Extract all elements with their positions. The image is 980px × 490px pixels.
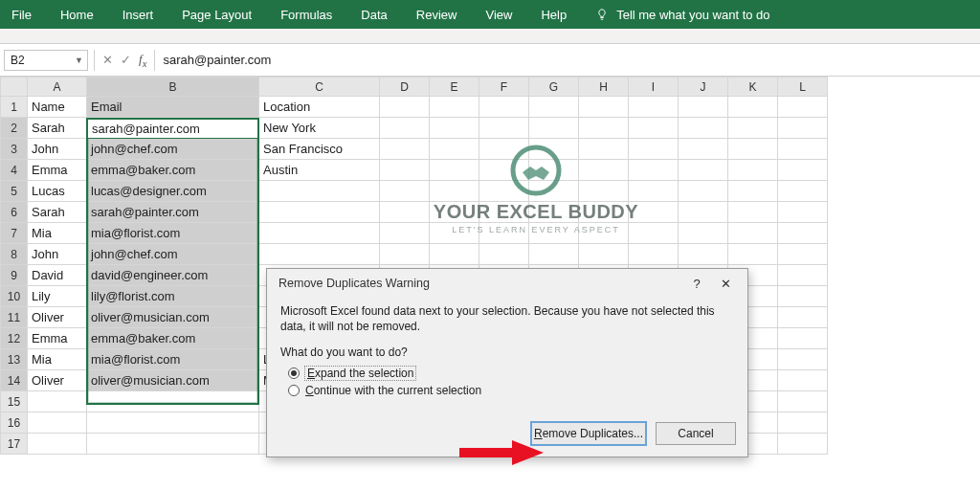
- cell[interactable]: [380, 181, 430, 202]
- col-header-A[interactable]: A: [28, 78, 87, 97]
- cell[interactable]: [28, 412, 87, 434]
- cell[interactable]: Name: [28, 97, 87, 118]
- row-header[interactable]: 11: [1, 307, 28, 328]
- cell[interactable]: [629, 139, 679, 160]
- row-header[interactable]: 9: [1, 265, 28, 286]
- cell[interactable]: mia@florist.com: [87, 349, 259, 370]
- tab-home[interactable]: Home: [60, 8, 94, 22]
- col-header-G[interactable]: G: [529, 78, 579, 97]
- cell[interactable]: [380, 118, 430, 139]
- cell[interactable]: [430, 139, 479, 160]
- cell[interactable]: [529, 160, 579, 181]
- cell[interactable]: Sarah: [28, 118, 87, 139]
- tab-review[interactable]: Review: [416, 8, 457, 22]
- cell[interactable]: [529, 139, 579, 160]
- cell[interactable]: [679, 139, 728, 160]
- cell[interactable]: [529, 223, 579, 244]
- cell[interactable]: [479, 160, 529, 181]
- chevron-down-icon[interactable]: ▼: [75, 56, 83, 65]
- dialog-help-button[interactable]: ?: [682, 271, 711, 296]
- cell[interactable]: [529, 181, 579, 202]
- cell[interactable]: [778, 434, 828, 455]
- cell[interactable]: [579, 160, 629, 181]
- cell[interactable]: [380, 160, 430, 181]
- row-header[interactable]: 14: [1, 370, 28, 391]
- row-header[interactable]: 15: [1, 391, 28, 412]
- cell[interactable]: [479, 202, 529, 223]
- cell[interactable]: [778, 307, 828, 328]
- cell[interactable]: [778, 349, 828, 370]
- row-header[interactable]: 5: [1, 181, 28, 202]
- cancel-formula-icon[interactable]: ✕: [102, 53, 113, 67]
- cell[interactable]: oliver@musician.com: [87, 370, 259, 391]
- cell[interactable]: [430, 118, 479, 139]
- cell[interactable]: john@chef.com: [87, 244, 259, 265]
- cell[interactable]: [679, 202, 728, 223]
- cell[interactable]: [629, 118, 679, 139]
- cell[interactable]: [529, 202, 579, 223]
- row-header[interactable]: 2: [1, 118, 28, 139]
- cell[interactable]: Email: [87, 97, 259, 118]
- cell[interactable]: [728, 118, 778, 139]
- cell[interactable]: [579, 202, 629, 223]
- cell[interactable]: [778, 265, 828, 286]
- close-icon[interactable]: ✕: [711, 271, 740, 296]
- cell[interactable]: oliver@musician.com: [87, 307, 259, 328]
- cell[interactable]: [579, 97, 629, 118]
- remove-duplicates-button[interactable]: Remove Duplicates...: [531, 422, 646, 445]
- cell[interactable]: Mia: [28, 223, 87, 244]
- select-all-corner[interactable]: [1, 78, 28, 97]
- cell[interactable]: [380, 244, 430, 265]
- fx-icon[interactable]: fx: [139, 52, 146, 69]
- cell[interactable]: [479, 181, 529, 202]
- cell[interactable]: [479, 97, 529, 118]
- tell-me[interactable]: Tell me what you want to do: [595, 8, 769, 22]
- cell[interactable]: [28, 391, 87, 412]
- cell[interactable]: [479, 118, 529, 139]
- cell[interactable]: [259, 244, 380, 265]
- cell[interactable]: [529, 118, 579, 139]
- cell[interactable]: Oliver: [28, 307, 87, 328]
- row-header[interactable]: 1: [1, 97, 28, 118]
- cell[interactable]: lily@florist.com: [87, 286, 259, 307]
- cell[interactable]: sarah@painter.com: [87, 202, 259, 223]
- cell[interactable]: [28, 434, 87, 455]
- cell[interactable]: Oliver: [28, 370, 87, 391]
- cell[interactable]: San Francisco: [259, 139, 380, 160]
- cell[interactable]: [430, 160, 479, 181]
- tab-insert[interactable]: Insert: [122, 8, 154, 22]
- cell[interactable]: [778, 370, 828, 391]
- cell[interactable]: [778, 328, 828, 349]
- row-header[interactable]: 7: [1, 223, 28, 244]
- cell[interactable]: [430, 244, 479, 265]
- cell[interactable]: [479, 244, 529, 265]
- cell[interactable]: New York: [259, 118, 380, 139]
- cell[interactable]: [430, 97, 479, 118]
- cell[interactable]: [679, 244, 728, 265]
- col-header-K[interactable]: K: [728, 78, 778, 97]
- cell[interactable]: [728, 139, 778, 160]
- tab-data[interactable]: Data: [361, 8, 387, 22]
- cell[interactable]: [479, 223, 529, 244]
- col-header-L[interactable]: L: [778, 78, 828, 97]
- cell[interactable]: Location: [259, 97, 380, 118]
- cell[interactable]: [529, 97, 579, 118]
- cell[interactable]: [629, 223, 679, 244]
- cell[interactable]: [380, 202, 430, 223]
- cell[interactable]: [430, 223, 479, 244]
- cell[interactable]: [778, 118, 828, 139]
- tab-help[interactable]: Help: [541, 8, 567, 22]
- cell[interactable]: Lily: [28, 286, 87, 307]
- col-header-B[interactable]: B: [87, 78, 259, 97]
- cell[interactable]: [778, 139, 828, 160]
- cell[interactable]: [728, 97, 778, 118]
- cell[interactable]: [87, 391, 259, 412]
- col-header-I[interactable]: I: [629, 78, 679, 97]
- cell[interactable]: mia@florist.com: [87, 223, 259, 244]
- row-header[interactable]: 13: [1, 349, 28, 370]
- col-header-J[interactable]: J: [679, 78, 728, 97]
- cell[interactable]: [629, 97, 679, 118]
- cell[interactable]: [87, 118, 259, 139]
- row-header[interactable]: 16: [1, 412, 28, 434]
- tab-view[interactable]: View: [485, 8, 512, 22]
